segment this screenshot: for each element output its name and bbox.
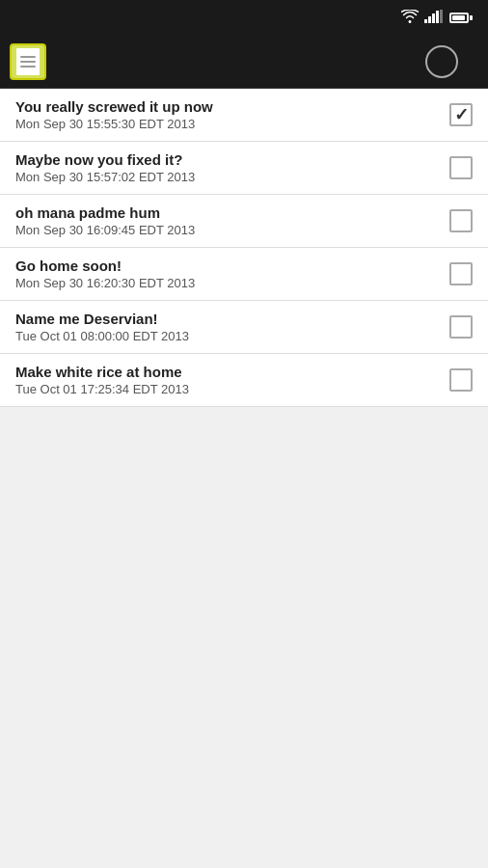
note-date-2: Mon Sep 30 15:57:02 EDT 2013 (15, 170, 442, 184)
svg-rect-0 (424, 19, 427, 23)
note-checkbox-3[interactable] (449, 209, 473, 232)
note-title-4: Go home soon! (15, 258, 442, 274)
note-content-6: Make white rice at homeTue Oct 01 17:25:… (15, 364, 442, 396)
note-content-2: Maybe now you fixed it?Mon Sep 30 15:57:… (15, 151, 442, 184)
note-content-1: You really screwed it up nowMon Sep 30 1… (15, 98, 442, 131)
signal-icon (424, 10, 444, 26)
note-date-4: Mon Sep 30 16:20:30 EDT 2013 (15, 276, 442, 290)
note-item-4[interactable]: Go home soon!Mon Sep 30 16:20:30 EDT 201… (0, 248, 488, 301)
note-checkbox-1[interactable]: ✓ (449, 103, 473, 126)
note-checkbox-4[interactable] (449, 262, 473, 285)
note-title-2: Maybe now you fixed it? (15, 151, 442, 168)
note-item-1[interactable]: You really screwed it up nowMon Sep 30 1… (0, 89, 488, 142)
note-title-5: Name me Deservian! (15, 311, 442, 327)
note-date-3: Mon Sep 30 16:09:45 EDT 2013 (15, 223, 442, 237)
note-item-5[interactable]: Name me Deservian!Tue Oct 01 08:00:00 ED… (0, 301, 488, 354)
note-date-1: Mon Sep 30 15:55:30 EDT 2013 (15, 117, 442, 131)
note-title-1: You really screwed it up now (15, 98, 442, 115)
note-date-6: Tue Oct 01 17:25:34 EDT 2013 (15, 382, 442, 396)
note-checkbox-2[interactable] (449, 156, 473, 179)
svg-rect-1 (428, 16, 431, 23)
note-item-3[interactable]: oh mana padme humMon Sep 30 16:09:45 EDT… (0, 195, 488, 248)
toolbar-actions (425, 45, 478, 78)
note-date-5: Tue Oct 01 08:00:00 EDT 2013 (15, 329, 442, 343)
note-title-3: oh mana padme hum (15, 204, 442, 221)
note-content-5: Name me Deservian!Tue Oct 01 08:00:00 ED… (15, 311, 442, 343)
app-icon (10, 43, 46, 80)
note-checkbox-6[interactable] (449, 368, 473, 392)
note-item-6[interactable]: Make white rice at homeTue Oct 01 17:25:… (0, 354, 488, 407)
status-right (401, 10, 478, 26)
note-content-4: Go home soon!Mon Sep 30 16:20:30 EDT 201… (15, 258, 442, 290)
status-bar (0, 0, 488, 35)
toolbar (0, 35, 488, 89)
svg-rect-2 (432, 14, 435, 23)
note-checkbox-5[interactable] (449, 315, 473, 339)
svg-rect-3 (436, 11, 439, 23)
battery-icon (449, 13, 473, 23)
add-note-button[interactable] (425, 45, 458, 78)
note-item-2[interactable]: Maybe now you fixed it?Mon Sep 30 15:57:… (0, 142, 488, 195)
notes-list: You really screwed it up nowMon Sep 30 1… (0, 89, 488, 407)
wifi-icon (401, 10, 419, 26)
note-title-6: Make white rice at home (15, 364, 442, 380)
checkmark-icon: ✓ (454, 106, 469, 123)
note-content-3: oh mana padme humMon Sep 30 16:09:45 EDT… (15, 204, 442, 237)
svg-rect-4 (440, 10, 443, 23)
